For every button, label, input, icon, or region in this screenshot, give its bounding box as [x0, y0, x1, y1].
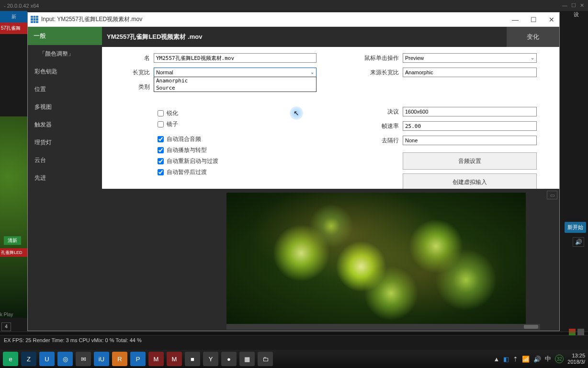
sidebar-item-triggers[interactable]: 触发器 — [28, 116, 102, 134]
change-button[interactable]: 变化 — [507, 27, 559, 47]
sharpen-checkbox[interactable] — [158, 110, 164, 116]
autopause-label: 自动暂停后过渡 — [167, 168, 207, 176]
tray-sound-icon[interactable]: 🔊 — [533, 356, 541, 363]
bottom-number-input[interactable]: 4 — [1, 322, 11, 331]
mouse-value: Preview — [405, 55, 424, 61]
tray-wifi-icon[interactable]: 📶 — [522, 356, 530, 363]
system-tray: ▲ ◧ ⇡ 📶 🔊 中 32 13:25 2018/3/ — [493, 353, 585, 365]
tray-badge[interactable]: 32 — [555, 355, 564, 363]
sharpen-label: 锐化 — [167, 109, 178, 117]
form-area: 名 长宽比 Normal ⌄ Anamorphic Source — [102, 47, 559, 331]
tray-app-icon[interactable]: ◧ — [503, 356, 509, 363]
aspect-option-anamorphic[interactable]: Anamorphic — [154, 77, 316, 84]
taskbar-iu-icon[interactable]: iU — [94, 352, 109, 366]
mouse-select[interactable]: Preview ⌄ — [403, 53, 537, 63]
aspect-option-source[interactable]: Source — [154, 84, 316, 92]
dialog-close-icon[interactable]: ✕ — [547, 16, 556, 23]
tray-ime-icon[interactable]: 中 — [545, 355, 551, 363]
taskbar-teamviewer-icon[interactable]: ◎ — [57, 352, 73, 366]
taskbar-ma2-icon[interactable]: M — [167, 352, 182, 366]
chevron-down-icon: ⌄ — [310, 69, 314, 75]
win-maximize-icon[interactable]: ☐ — [571, 2, 576, 9]
dialog-maximize-icon[interactable]: ☐ — [529, 16, 538, 23]
autopause-checkbox[interactable] — [158, 169, 164, 175]
dialog-titlebar[interactable]: Input: YM2557孔雀舞LED视频素材.mov — ☐ ✕ — [28, 12, 559, 27]
preview-expand-icon[interactable]: ▭ — [547, 191, 557, 199]
sidebar-item-advanced[interactable]: 先进 — [28, 169, 102, 187]
chevron-down-icon: ⌄ — [531, 55, 534, 60]
autoplay-checkbox[interactable] — [158, 147, 164, 153]
preview-image — [226, 193, 526, 327]
taskbar-p1-icon[interactable]: P — [130, 352, 146, 366]
win-close-icon[interactable]: ✕ — [580, 2, 584, 9]
sidebar-item-position[interactable]: 位置 — [28, 80, 102, 98]
sound-icon[interactable]: 🔊 — [573, 237, 584, 247]
sidebar-header-general[interactable]: 一般 — [28, 27, 102, 45]
category-label: 类别 — [111, 83, 154, 91]
bg-banner1: 57孔雀舞 — [0, 23, 27, 34]
dialog-app-icon — [31, 16, 38, 23]
status-text: EX FPS: 25 Render Time: 3 ms CPU vMix: 0… — [4, 337, 142, 343]
taskbar-wechat-icon[interactable]: ✉ — [76, 352, 91, 366]
app-titlebar: - 20.0.0.42 x64 — ☐ ✕ — [0, 0, 588, 11]
automix-label: 自动混合音频 — [167, 135, 201, 143]
footer-meter-icons — [569, 329, 584, 335]
settings-tab[interactable]: 设 — [574, 11, 588, 23]
preview-scrollbar[interactable] — [226, 324, 540, 330]
reset-button[interactable]: 新开始 — [565, 222, 586, 233]
sidebar-item-color-key[interactable]: 彩色钥匙 — [28, 63, 102, 80]
sidebar-item-multiview[interactable]: 多视图 — [28, 98, 102, 116]
taskbar-clock[interactable]: 13:25 2018/3/ — [567, 353, 585, 365]
taskbar-z-icon[interactable]: Z — [21, 352, 36, 366]
autorestart-checkbox[interactable] — [158, 158, 164, 164]
dialog-minimize-icon[interactable]: — — [510, 16, 520, 23]
audio-settings-button[interactable]: 音频设置 — [403, 152, 537, 170]
mirror-label: 镜子 — [167, 120, 178, 128]
aspect-label: 长宽比 — [111, 69, 154, 77]
autoplay-label: 自动播放与转型 — [167, 146, 207, 154]
taskbar-ma1-icon[interactable]: M — [148, 352, 164, 366]
divider-bar — [0, 332, 588, 335]
dialog-title: Input: YM2557孔雀舞LED视频素材.mov — [41, 15, 510, 23]
fps-label: 帧速率 — [345, 122, 403, 130]
mirror-checkbox[interactable] — [158, 121, 164, 127]
taskbar-r20-icon[interactable]: R — [112, 352, 127, 366]
qingxin-button[interactable]: 清新 — [4, 236, 21, 245]
sidebar-item-tally[interactable]: 理货灯 — [28, 134, 102, 151]
taskbar-yel-icon[interactable]: Y — [203, 352, 218, 366]
right-background-strip: 设 新开始 🔊 — [560, 11, 588, 331]
aspect-value: Normal — [156, 69, 173, 75]
clock-date: 2018/3/ — [567, 359, 585, 365]
deinterlace-label: 去隔行 — [345, 137, 403, 145]
tray-up-icon[interactable]: ▲ — [493, 356, 499, 363]
resolution-value: 1600x600 — [405, 109, 428, 115]
deinterlace-value: None — [405, 138, 418, 143]
bg-tab[interactable]: 新 — [0, 11, 27, 23]
resolution-select[interactable]: 1600x600 — [403, 107, 537, 116]
source-aspect-select[interactable]: Anamorphic — [403, 68, 537, 77]
taskbar-grid-icon[interactable]: ▦ — [239, 352, 255, 366]
clock-time: 13:25 — [567, 353, 585, 359]
kplay-label: k Play — [0, 312, 13, 317]
bg-thumbnail — [0, 116, 27, 318]
taskbar-explorer-icon[interactable]: 🗀 — [258, 352, 273, 366]
tray-net-icon[interactable]: ⇡ — [513, 356, 518, 363]
sidebar-item-ptz[interactable]: 云台 — [28, 151, 102, 169]
automix-checkbox[interactable] — [158, 136, 164, 142]
win-minimize-icon[interactable]: — — [562, 2, 567, 9]
taskbar-app1-icon[interactable]: ■ — [185, 352, 200, 366]
fps-input[interactable] — [403, 121, 537, 131]
input-dialog: Input: YM2557孔雀舞LED视频素材.mov — ☐ ✕ 一般 「颜色… — [27, 12, 560, 331]
aspect-select[interactable]: Normal ⌄ Anamorphic Source — [154, 68, 317, 77]
status-bar: EX FPS: 25 Render Time: 3 ms CPU vMix: 0… — [0, 335, 588, 345]
sidebar-item-color-adjust[interactable]: 「颜色调整」 — [28, 45, 102, 63]
name-label: 名 — [111, 54, 154, 62]
deinterlace-select[interactable]: None — [403, 136, 537, 145]
taskbar-u1-icon[interactable]: U — [39, 352, 55, 366]
taskbar-rec-icon[interactable]: ● — [221, 352, 237, 366]
taskbar-edge-icon[interactable]: e — [3, 352, 18, 366]
content-title: YM2557孔雀舞LED视频素材 .mov — [102, 27, 507, 47]
create-virtual-input-button[interactable]: 创建虚拟输入 — [403, 173, 537, 191]
source-aspect-label: 来源长宽比 — [345, 69, 403, 77]
name-input[interactable] — [154, 53, 317, 63]
